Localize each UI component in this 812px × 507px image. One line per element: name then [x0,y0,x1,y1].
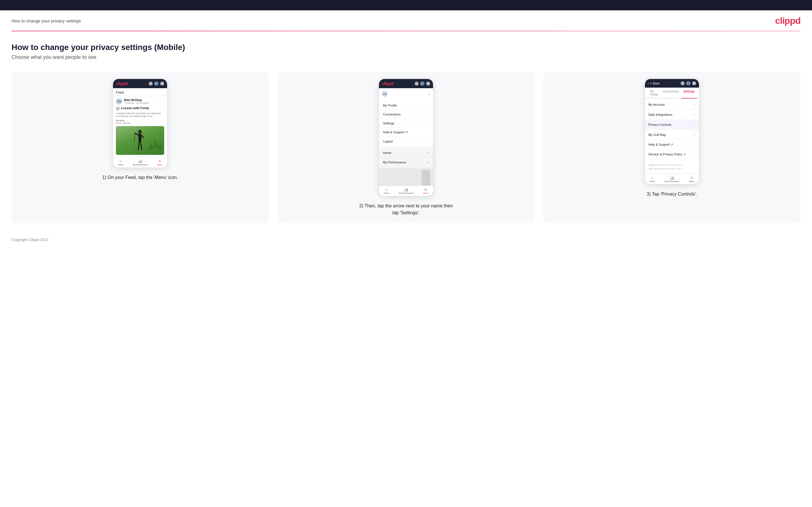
chart-icon-2: 📊 [404,187,408,191]
feed-post: BM Blair McHarg Yesterday · Sunningdale … [113,96,167,157]
svg-line-4 [138,142,140,150]
menu-item-profile[interactable]: My Profile [379,101,433,110]
phone-3-bottom-nav: ⌂ Home 📊 My Performance ≡ Menu [645,174,699,184]
settings-icon[interactable]: ⚙ [160,81,164,86]
svg-line-3 [142,135,144,137]
menu-items-list: My Profile Connections Settings Help & S… [379,100,433,147]
settings-item-help-support[interactable]: Help & Support ↗ [645,140,699,150]
search-icon-2[interactable]: ⌕ [415,81,419,86]
feed-user-sub: Yesterday · Sunningdale [124,102,149,104]
nav-performance[interactable]: 📊 My Performance [133,159,148,166]
top-bar [0,0,812,10]
golfer-svg [134,129,147,155]
chevron-right-icon-5: › [695,123,696,127]
phone-1-topbar: clippd ⌕ 👤 ⚙ [113,79,167,88]
svg-line-2 [135,133,139,135]
phone-2-icons: ⌕ 👤 ⚙ [415,81,430,86]
nav-home-2[interactable]: ⌂ Home [384,187,389,194]
back-arrow-icon: ‹ [648,81,649,85]
phone-1-bottom-nav: ⌂ Home 📊 My Performance ≡ Menu [113,157,167,167]
chevron-right-icon-6: › [695,133,696,137]
settings-back-bar: ‹ < Back ⌕ 👤 ⚙ [645,79,699,88]
page-subheading: Choose what you want people to see [11,54,801,60]
phone-3-icons: ⌕ 👤 ⚙ [680,81,696,85]
step-2-caption: 2) Then, tap the arrow next to your name… [357,203,455,216]
home-icon-3: ⌂ [651,176,653,180]
settings-icon-2[interactable]: ⚙ [426,81,430,86]
menu-item-connections[interactable]: Connections [379,110,433,119]
page-heading: How to change your privacy settings (Mob… [11,43,801,52]
chart-icon: 📊 [138,159,142,163]
tab-my-profile[interactable]: My Profile [648,88,660,99]
main-content: How to change your privacy settings (Mob… [0,31,812,232]
copyright-text: Copyright Clippd 2022 [11,237,49,242]
nav-menu-3[interactable]: ≡ Menu [689,176,694,182]
step-1-phone: clippd ⌕ 👤 ⚙ Feed BM Blair [113,79,167,168]
browser-title: How to change your privacy settings [11,18,81,23]
settings-item-my-account[interactable]: My Account › [645,100,699,110]
step-1-card: clippd ⌕ 👤 ⚙ Feed BM Blair [11,72,269,223]
trees-svg [147,137,164,155]
settings-item-my-golf-bag[interactable]: My Golf Bag › [645,130,699,140]
nav-performance-2[interactable]: 📊 My Performance [399,187,413,194]
user-icon-2[interactable]: 👤 [420,81,424,86]
settings-item-privacy-controls[interactable]: Privacy Controls › [645,120,699,130]
settings-version: Clippd Client Version: 2022.8.3-3 GQL Se… [645,161,699,174]
menu-item-settings[interactable]: Settings [379,119,433,128]
menu-item-logout[interactable]: Logout [379,137,433,146]
tab-settings[interactable]: Settings [681,88,697,99]
search-icon-3[interactable]: ⌕ [680,81,684,85]
lesson-title: Lesson with Fordy [121,106,149,110]
footer: Copyright Clippd 2022 [0,232,812,247]
nav-performance-3[interactable]: 📊 My Performance [665,176,679,182]
nav-menu[interactable]: ≡ Menu [157,159,162,166]
nav-home-3[interactable]: ⌂ Home [650,176,655,182]
menu-section-home[interactable]: Home ∨ [379,148,433,158]
lesson-desc: Looking to feel like my hands are exitin… [116,112,164,118]
back-label[interactable]: < Back [650,81,660,85]
settings-item-data-integrations[interactable]: Data Integrations › [645,110,699,120]
home-icon: ⌂ [119,159,121,163]
menu-item-help[interactable]: Help & Support ↗ [379,128,433,137]
close-icon: ✕ [424,187,427,191]
step-3-phone: ‹ < Back ⌕ 👤 ⚙ My Profile Connections Se… [645,79,699,184]
golf-image [116,126,164,155]
search-icon[interactable]: ⌕ [149,81,153,86]
menu-username: Blair McHarg [389,92,409,96]
settings-item-service-privacy[interactable]: Service & Privacy Policy ↗ [645,150,699,159]
menu-section-performance[interactable]: My Performance ∨ [379,158,433,167]
svg-point-0 [138,130,142,134]
chevron-right-icon-4: › [695,113,696,117]
settings-icon-3[interactable]: ⚙ [692,81,696,85]
menu-icon: ≡ [159,159,161,163]
lesson-icon: 🏌 [116,107,120,111]
phone-1-icons: ⌕ 👤 ⚙ [149,81,164,86]
header: How to change your privacy settings clip… [0,10,812,26]
menu-avatar: BM [382,91,388,97]
feed-avatar: BM [116,98,122,105]
chevron-right-icon-3: › [695,103,696,107]
nav-menu-2[interactable]: ✕ Menu [423,187,428,194]
step-2-card: clippd ⌕ 👤 ⚙ BM Blair McHarg ∧ [277,72,535,223]
step-3-card: ‹ < Back ⌕ 👤 ⚙ My Profile Connections Se… [543,72,801,223]
menu-sections: Home ∨ My Performance ∨ [379,147,433,168]
phone-2-topbar: clippd ⌕ 👤 ⚙ [379,79,433,88]
background-peek [379,168,433,185]
nav-home[interactable]: ⌂ Home [118,159,123,166]
user-icon[interactable]: 👤 [154,81,158,86]
home-icon-2: ⌂ [385,187,387,191]
step-3-caption: 3) Tap 'Privacy Controls'. [647,191,697,198]
user-icon-3[interactable]: 👤 [687,81,691,85]
svg-line-5 [141,142,142,150]
menu-user-row[interactable]: BM Blair McHarg ∧ [379,88,433,100]
chevron-right-icon-2: ∨ [427,161,429,164]
feed-tab: Feed [113,88,167,96]
chevron-right-icon: ∨ [427,151,429,155]
phone-2-logo: clippd [382,81,394,86]
svg-line-6 [134,133,135,141]
menu-icon-3: ≡ [691,176,693,180]
tab-connections[interactable]: Connections [660,88,681,99]
clippd-logo: clippd [775,15,801,26]
settings-tabs: My Profile Connections Settings [645,88,699,99]
svg-marker-7 [153,139,158,148]
